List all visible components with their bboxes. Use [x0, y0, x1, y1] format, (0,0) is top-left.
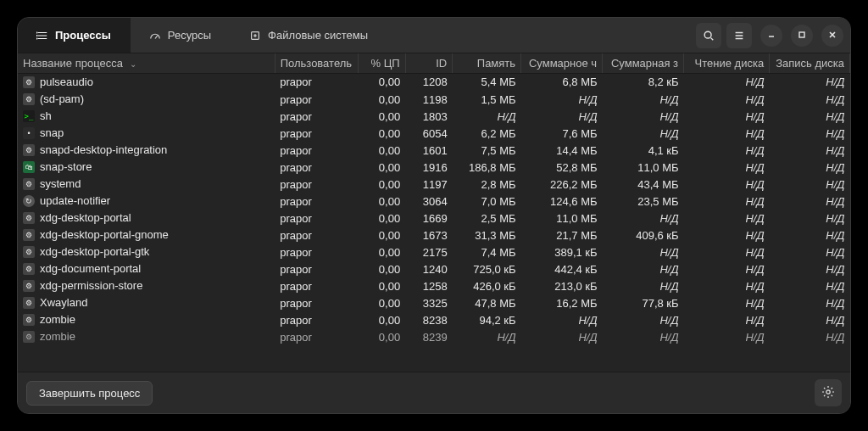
table-row[interactable]: ⚙ xdg-desktop-portal prapor 0,00 1669 2,… [18, 210, 850, 227]
close-icon [828, 29, 837, 42]
cell-id: 1669 [405, 210, 453, 227]
col-total-read[interactable]: Суммарное ч [521, 53, 603, 74]
cell-total-write: Н/Д [603, 210, 684, 227]
table-row[interactable]: ⚙ Xwayland prapor 0,00 3325 47,8 МБ 16,2… [18, 294, 850, 311]
menu-button[interactable] [726, 23, 752, 48]
process-icon: ⚙ [23, 297, 35, 309]
minimize-button[interactable] [760, 25, 782, 47]
cell-cpu: 0,00 [359, 260, 406, 277]
cell-disk-write: Н/Д [770, 176, 850, 193]
col-name[interactable]: Название процесса ⌄ [18, 53, 275, 74]
cell-cpu: 0,00 [359, 125, 406, 142]
table-row[interactable]: ⚙ xdg-desktop-portal-gnome prapor 0,00 1… [18, 227, 850, 243]
col-label: Память [477, 57, 515, 70]
process-icon: ⚙ [23, 144, 35, 156]
cell-disk-read: Н/Д [684, 125, 770, 142]
cell-name: ⚙ (sd-pam) [18, 91, 275, 108]
cell-disk-read: Н/Д [684, 277, 770, 294]
end-process-button[interactable]: Завершить процесс [26, 381, 153, 406]
cell-name: ⚙ xdg-desktop-portal-gtk [18, 243, 275, 260]
tab-label: Процессы [55, 29, 111, 42]
cell-total-read: Н/Д [521, 311, 603, 328]
process-icon: ⚙ [23, 76, 35, 88]
cell-disk-write: Н/Д [770, 328, 850, 345]
cell-name: ⚙ snapd-desktop-integration [18, 142, 275, 159]
col-cpu[interactable]: % ЦП [359, 53, 406, 74]
process-name: update-notifier [40, 194, 110, 207]
table-row[interactable]: ⚙ zombie prapor 0,00 8239 Н/Д Н/Д Н/Д Н/… [18, 328, 850, 345]
table-row[interactable]: ⚙ pulseaudio prapor 0,00 1208 5,4 МБ 6,8… [18, 74, 850, 92]
process-name: snap-store [40, 160, 92, 173]
table-row[interactable]: ⚙ snapd-desktop-integration prapor 0,00 … [18, 142, 850, 159]
close-button[interactable] [821, 25, 843, 47]
cell-user: prapor [275, 260, 358, 277]
speed-icon [149, 30, 161, 42]
process-icon: 🛍 [23, 161, 35, 173]
cell-name: ⚙ zombie [18, 311, 275, 328]
table-row[interactable]: ⚙ xdg-permission-store prapor 0,00 1258 … [18, 277, 850, 294]
table-row[interactable]: ⚙ xdg-document-portal prapor 0,00 1240 7… [18, 260, 850, 277]
tab-resources[interactable]: Ресурсы [131, 18, 231, 53]
cell-mem: 7,5 МБ [453, 142, 521, 159]
cell-total-write: Н/Д [603, 328, 684, 345]
table-row[interactable]: ⚙ (sd-pam) prapor 0,00 1198 1,5 МБ Н/Д Н… [18, 91, 850, 108]
cell-user: prapor [275, 142, 358, 159]
cell-mem: 186,8 МБ [453, 159, 521, 176]
col-disk-write[interactable]: Запись диска [770, 53, 850, 74]
cell-disk-write: Н/Д [770, 311, 850, 328]
cell-user: prapor [275, 328, 358, 345]
table-row[interactable]: >_ sh prapor 0,00 1803 Н/Д Н/Д Н/Д Н/Д Н… [18, 108, 850, 125]
cell-id: 1197 [405, 176, 453, 193]
cell-disk-write: Н/Д [770, 108, 850, 125]
cell-disk-read: Н/Д [684, 159, 770, 176]
cell-cpu: 0,00 [359, 243, 406, 260]
table-row[interactable]: ⚙ zombie prapor 0,00 8238 94,2 кБ Н/Д Н/… [18, 311, 850, 328]
table-row[interactable]: ⚙ systemd prapor 0,00 1197 2,8 МБ 226,2 … [18, 176, 850, 193]
cell-total-read: 14,4 МБ [521, 142, 603, 159]
cell-disk-write: Н/Д [770, 74, 850, 92]
process-icon: ⚙ [23, 229, 35, 241]
svg-point-4 [36, 35, 37, 36]
cell-total-read: 21,7 МБ [521, 227, 603, 243]
settings-button[interactable] [815, 379, 842, 406]
cell-disk-write: Н/Д [770, 294, 850, 311]
table-row[interactable]: ↻ update-notifier prapor 0,00 3064 7,0 М… [18, 193, 850, 210]
cell-user: prapor [275, 210, 358, 227]
table-row[interactable]: 🛍 snap-store prapor 0,00 1916 186,8 МБ 5… [18, 159, 850, 176]
process-name: (sd-pam) [40, 92, 84, 105]
process-name: xdg-document-portal [40, 262, 141, 275]
cell-total-write: 8,2 кБ [603, 74, 684, 92]
cell-cpu: 0,00 [359, 277, 406, 294]
cell-total-read: Н/Д [521, 108, 603, 125]
col-label: Запись диска [776, 57, 844, 70]
cell-mem: 725,0 кБ [453, 260, 521, 277]
cell-total-read: 124,6 МБ [521, 193, 603, 210]
cell-cpu: 0,00 [359, 108, 406, 125]
cell-disk-read: Н/Д [684, 243, 770, 260]
list-icon [36, 30, 48, 42]
col-disk-read[interactable]: Чтение диска [684, 53, 770, 74]
col-mem[interactable]: Память [453, 53, 521, 74]
cell-total-read: 213,0 кБ [521, 277, 603, 294]
cell-id: 2175 [405, 243, 453, 260]
cell-mem: 426,0 кБ [453, 277, 521, 294]
cell-total-read: 442,4 кБ [521, 260, 603, 277]
process-icon: ↻ [23, 195, 35, 207]
header-actions [689, 23, 850, 48]
maximize-button[interactable] [791, 25, 813, 47]
cell-total-write: Н/Д [603, 108, 684, 125]
col-user[interactable]: Пользователь [275, 53, 358, 74]
col-total-write[interactable]: Суммарная з [603, 53, 684, 74]
table-row[interactable]: ⚙ xdg-desktop-portal-gtk prapor 0,00 217… [18, 243, 850, 260]
cell-id: 1803 [405, 108, 453, 125]
footer: Завершить процесс [18, 372, 850, 413]
process-name: xdg-permission-store [40, 279, 142, 292]
cell-total-read: Н/Д [521, 91, 603, 108]
tab-filesystems[interactable]: Файловые системы [231, 18, 387, 53]
col-id[interactable]: ID [405, 53, 453, 74]
svg-point-9 [704, 31, 711, 38]
table-row[interactable]: • snap prapor 0,00 6054 6,2 МБ 7,6 МБ Н/… [18, 125, 850, 142]
col-label: % ЦП [371, 57, 400, 70]
search-button[interactable] [696, 23, 721, 48]
tab-processes[interactable]: Процессы [18, 18, 131, 53]
